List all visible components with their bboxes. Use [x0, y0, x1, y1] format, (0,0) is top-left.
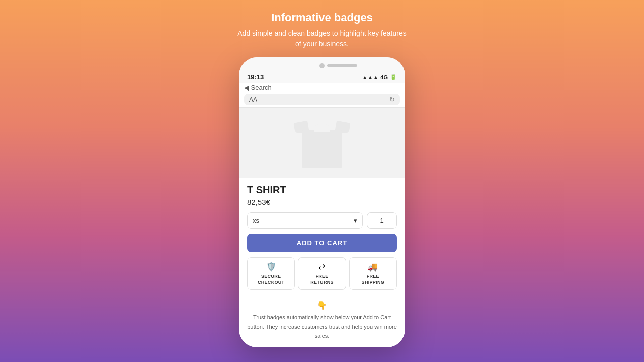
trust-info-section: 👇 Trust badges automatically show below … [239, 299, 405, 347]
product-image-area [239, 108, 405, 178]
secure-checkout-badge: 🛡️ SECURECHECKOUT [247, 257, 295, 290]
signal-icon: ▲▲▲ [362, 74, 379, 80]
product-name: T SHIRT [247, 184, 397, 196]
browser-nav: ◀ Search [244, 84, 400, 92]
tshirt-body [302, 130, 342, 168]
tshirt-collar [314, 124, 330, 132]
battery-icon: 🔋 [390, 74, 397, 80]
quantity-input[interactable]: 1 [367, 212, 397, 229]
address-aa-label: AA [249, 96, 257, 103]
status-time: 19:13 [247, 73, 264, 81]
free-shipping-badge: 🚚 FREESHIPPING [349, 257, 397, 290]
reload-icon[interactable]: ↻ [389, 96, 395, 103]
page-title: Informative badges [236, 11, 408, 24]
phone-speaker [327, 64, 357, 67]
phone-content: T SHIRT 82,53€ xs ▾ 1 ADD TO CART 🛡️ SEC… [239, 108, 405, 347]
trust-emoji: 👇 [244, 301, 400, 310]
phone-camera [319, 63, 325, 68]
status-icons: ▲▲▲ 4G 🔋 [362, 74, 397, 80]
address-bar[interactable]: AA ↻ [244, 94, 400, 105]
network-label: 4G [380, 74, 388, 80]
free-returns-label: FREERETURNS [310, 274, 334, 285]
tshirt-shape [294, 118, 350, 168]
phone-frame: 19:13 ▲▲▲ 4G 🔋 ◀ Search AA ↻ [239, 57, 405, 347]
trust-badges: 🛡️ SECURECHECKOUT ⇄ FREERETURNS 🚚 FREESH… [247, 257, 397, 290]
size-value: xs [253, 217, 259, 224]
free-shipping-icon: 🚚 [368, 262, 378, 272]
trust-text: Trust badges automatically show below yo… [247, 314, 397, 339]
header-section: Informative badges Add simple and clean … [236, 0, 408, 57]
secure-checkout-icon: 🛡️ [266, 262, 276, 272]
product-options: xs ▾ 1 [247, 212, 397, 229]
browser-bar: ◀ Search AA ↻ [239, 83, 405, 108]
chevron-down-icon: ▾ [354, 217, 357, 224]
phone-top-bar: 19:13 ▲▲▲ 4G 🔋 ◀ Search AA ↻ [239, 57, 405, 108]
free-shipping-label: FREESHIPPING [362, 274, 384, 285]
product-price: 82,53€ [247, 198, 397, 206]
free-returns-icon: ⇄ [318, 262, 325, 272]
back-button[interactable]: ◀ Search [244, 84, 272, 92]
product-details: T SHIRT 82,53€ xs ▾ 1 ADD TO CART 🛡️ SEC… [239, 178, 405, 299]
quantity-value: 1 [380, 217, 383, 224]
size-select[interactable]: xs ▾ [247, 212, 363, 229]
free-returns-badge: ⇄ FREERETURNS [298, 257, 346, 290]
secure-checkout-label: SECURECHECKOUT [258, 274, 284, 285]
add-to-cart-button[interactable]: ADD TO CART [247, 234, 397, 252]
page-subtitle: Add simple and clean badges to highlight… [236, 28, 408, 49]
